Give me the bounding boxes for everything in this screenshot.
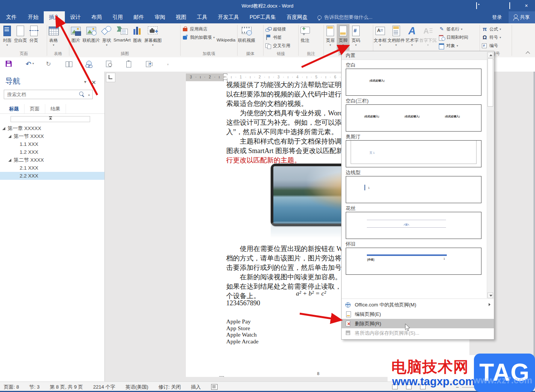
ribbon-button-Wikipedia[interactable]: Wikipedia (216, 24, 236, 51)
tab-文件[interactable]: 文件 (0, 11, 23, 23)
ribbon-button-页脚[interactable]: 页脚▾ (337, 24, 350, 51)
gallery-scrollbar[interactable] (487, 52, 494, 298)
qat-clipboard-button[interactable] (125, 60, 132, 67)
ribbon-button-交叉引用[interactable]: 交叉引用 (264, 41, 292, 50)
status-item[interactable]: 2214 个字 (93, 384, 115, 390)
ribbon-button-表格[interactable]: 表格▾ (47, 24, 60, 51)
search-input[interactable] (6, 91, 72, 98)
indent-markers[interactable] (223, 74, 227, 81)
scroll-down-icon[interactable] (487, 292, 493, 298)
nav-heading-第一章 XXXXX[interactable]: 第一章 XXXXX (0, 124, 104, 132)
navigation-close-icon[interactable]: ✕ (91, 79, 96, 86)
tab-开发工具[interactable]: 开发工具 (213, 11, 244, 23)
ribbon-button-文档部件[interactable]: 文档部件▾ (387, 24, 405, 51)
status-item[interactable]: 页面: 8 (4, 384, 19, 390)
qat-send-document-button[interactable] (145, 60, 152, 67)
ribbon-button-分页[interactable]: 分页 (28, 24, 40, 51)
status-item[interactable]: 第 8 页, 共 9 页 (50, 384, 83, 390)
ribbon-button-页眉[interactable]: 页眉▾ (324, 24, 337, 51)
footer-style-奥斯汀[interactable]: 奥斯汀页 1 (346, 133, 486, 167)
ribbon-button-我的加载项[interactable]: 我的加载项▾ (181, 33, 216, 41)
nav-heading-第一节 XXXX[interactable]: 第一节 XXXX (0, 132, 104, 140)
ribbon-button-批注[interactable]: 批注 (299, 24, 311, 51)
ribbon-button-符号[interactable]: 符号▾ (480, 33, 503, 41)
ribbon-display-options-button[interactable] (473, 2, 480, 9)
status-item[interactable]: 英语(美国) (126, 384, 149, 390)
ribbon-button-封面[interactable]: 封面▾ (1, 24, 14, 51)
ribbon-button-形状[interactable]: 形状▾ (100, 24, 113, 51)
tab-邮件[interactable]: 邮件 (128, 11, 149, 23)
status-item[interactable]: 插入 (191, 384, 201, 390)
ribbon-button-图表[interactable]: 图表 (131, 24, 144, 51)
nav-heading-1.1 XXX[interactable]: 1.1 XXX (0, 140, 104, 148)
ribbon-button-超链接[interactable]: 超链接 (264, 25, 292, 33)
collapse-ribbon-icon[interactable] (526, 51, 530, 54)
ribbon-button-图片[interactable]: 图片 (69, 24, 82, 51)
status-item[interactable]: 修订: 关闭 (158, 384, 181, 390)
tab-设计[interactable]: 设计 (65, 11, 86, 23)
document-scrollbar[interactable] (533, 72, 535, 381)
footer-style-花丝[interactable]: 花丝 (346, 204, 486, 239)
tab-审阅[interactable]: 审阅 (149, 11, 170, 23)
ribbon-button-联机视频[interactable]: 联机视频 (238, 24, 256, 51)
qat-web-link-button[interactable] (85, 60, 92, 67)
jump-to-top-button[interactable] (11, 116, 90, 122)
ribbon-button-文本框[interactable]: 文本框▾ (373, 24, 387, 51)
qat-side-by-side-button[interactable] (65, 60, 72, 67)
ribbon-button-SmartArt[interactable]: SmartArt (113, 24, 131, 51)
tab-开始[interactable]: 开始 (23, 11, 44, 23)
minimize-button[interactable] (490, 2, 497, 9)
scroll-up-icon[interactable] (487, 52, 493, 58)
menu-item-Office.com 中的其他页脚(M)[interactable]: Office.com 中的其他页脚(M) (342, 300, 494, 309)
ribbon-button-艺术字[interactable]: 艺术字▾ (405, 24, 419, 51)
ribbon-button-空白页[interactable]: 空白页 (14, 24, 28, 51)
nav-tab-页面[interactable]: 页面 (25, 104, 45, 113)
search-options-icon[interactable]: ▾ (88, 93, 90, 97)
menu-item-编辑页脚(E)[interactable]: 编辑页脚(E) (342, 309, 494, 319)
ribbon-button-屏幕截图[interactable]: 屏幕截图▾ (144, 24, 162, 51)
first-line-indent-marker[interactable] (223, 74, 227, 77)
ribbon-button-书签[interactable]: 书签 (264, 33, 292, 41)
tab-PDF工具集[interactable]: PDF工具集 (244, 11, 281, 23)
footer-style-空白[interactable]: 空白[在此处键入] (346, 61, 486, 96)
menu-item-删除页脚(R)[interactable]: 删除页脚(R) (342, 319, 494, 328)
navigation-options-icon[interactable]: ▾ (84, 79, 86, 84)
qat-undo-button[interactable]: ▾ (25, 60, 34, 67)
ribbon-button-对象[interactable]: 对象▾ (437, 41, 470, 50)
tell-me-box[interactable]: 告诉我您想要做什么... (317, 11, 373, 23)
tab-引用[interactable]: 引用 (107, 11, 128, 23)
ribbon-button-联机图片[interactable]: 联机图片 (82, 24, 100, 51)
expand-caret-icon[interactable] (8, 135, 11, 138)
search-icon[interactable] (79, 92, 83, 96)
qat-redo-button[interactable] (45, 60, 52, 67)
expand-caret-icon[interactable] (2, 127, 5, 130)
nav-tab-结果[interactable]: 结果 (45, 104, 66, 113)
expand-caret-icon[interactable] (8, 159, 11, 162)
maximize-button[interactable] (506, 2, 513, 9)
ribbon-button-签名行[interactable]: 签名行▾ (437, 25, 470, 33)
qat-print-preview-button[interactable] (105, 60, 112, 67)
tab-百度网盘[interactable]: 百度网盘 (281, 11, 313, 23)
footer-style-怀旧[interactable]: 怀旧[作者]1 (346, 240, 486, 275)
nav-heading-2.1 XXX[interactable]: 2.1 XXX (0, 164, 104, 172)
nav-heading-2.2 XXX[interactable]: 2.2 XXX (0, 172, 104, 180)
status-item[interactable]: 节: 3 (29, 384, 39, 390)
footer-style-边线型[interactable]: 边线型1 (346, 168, 486, 203)
tab-视图[interactable]: 视图 (170, 11, 192, 23)
login-button[interactable]: 登录 (485, 14, 509, 21)
nav-heading-1.2 XXX[interactable]: 1.2 XXX (0, 148, 104, 156)
share-button[interactable]: 共享 (509, 11, 535, 23)
scrollbar-thumb[interactable] (487, 58, 493, 107)
qat-overflow-icon[interactable]: ▾ (167, 63, 169, 66)
qat-save-button[interactable] (5, 60, 12, 67)
ribbon-button-页码[interactable]: 页码▾ (350, 24, 362, 51)
ribbon-button-公式[interactable]: 公式▾ (480, 25, 503, 33)
footer-style-空白(三栏)[interactable]: 空白(三栏)[在此处键入][在此处键入][在此处键入] (346, 97, 486, 132)
nav-tab-标题[interactable]: 标题 (4, 104, 25, 113)
close-button[interactable]: × (523, 2, 530, 9)
ribbon-button-编号[interactable]: 编号 (480, 41, 503, 50)
tab-插入[interactable]: 插入 (44, 11, 65, 23)
nav-heading-第二节 XXXX[interactable]: 第二节 XXXX (0, 156, 104, 164)
macro-record-icon[interactable] (211, 384, 218, 390)
ribbon-button-日期和时间[interactable]: 日期和时间 (437, 33, 470, 41)
